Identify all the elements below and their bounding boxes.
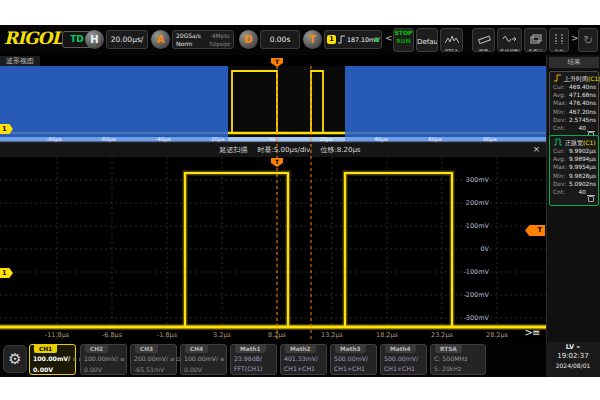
date: 2024/08/01 bbox=[546, 361, 600, 370]
refresh-button[interactable]: ↻ bbox=[578, 28, 598, 52]
zoom-offset: 位移:8.20μs bbox=[320, 144, 360, 157]
measurement-card-rise-time[interactable]: 上升时间(C1) Cur:469.40ns Avg:471.68ns Max:4… bbox=[549, 71, 599, 142]
refresh-icon: ↻ bbox=[583, 33, 593, 47]
waveform-view[interactable]: 波形视图 T T 1 1 T -80μs -60μs -40μs -20μs 0… bbox=[0, 55, 546, 342]
results-panel: 结果 上升时间(C1) Cur:469.40ns Avg:471.68ns Ma… bbox=[546, 55, 600, 342]
time: 19:02:37 bbox=[546, 352, 600, 361]
overview-tick: -60μs bbox=[100, 136, 115, 142]
overview-tick: 20μs bbox=[319, 136, 332, 142]
overview-tick: 40μs bbox=[374, 136, 387, 142]
x-tick: 18.2μs bbox=[376, 331, 398, 339]
cursor-label: 光标 bbox=[550, 48, 568, 52]
coupling-icons: ≡ Ω bbox=[170, 356, 181, 362]
run-stop-button[interactable]: STOP RUN bbox=[393, 28, 414, 52]
overview-tick: -40μs bbox=[155, 136, 170, 142]
channel-tab: Math3 bbox=[335, 345, 366, 353]
x-tick: -11.8μs bbox=[45, 331, 69, 339]
channel-card-ch4[interactable]: CH4 100.00mV/ ≡ 0.00V bbox=[180, 344, 227, 375]
rising-edge-icon bbox=[338, 34, 346, 45]
measurement-title: 正脉宽 bbox=[565, 139, 583, 146]
delay-value: 0.00s bbox=[261, 31, 299, 48]
run-label: RUN bbox=[394, 37, 413, 45]
x-tick: 28.2μs bbox=[486, 331, 508, 339]
channel-card-ch2[interactable]: CH2 100.00mV/ ≡ 0.00V bbox=[80, 344, 127, 375]
channel-tab: CH2 bbox=[85, 345, 108, 353]
record-control-button[interactable]: 采样控制 bbox=[497, 28, 522, 52]
channel-tab: CH1 bbox=[34, 345, 57, 353]
multi-window-icon bbox=[530, 34, 542, 44]
rigol-logo: RIGOL bbox=[4, 28, 62, 48]
rtsa-label: RTSA bbox=[441, 48, 462, 52]
lan-status: LV bbox=[566, 343, 574, 351]
channel-card-ch1[interactable]: CH1 100.00mV/ ≡ Ω 0.00V bbox=[29, 344, 76, 375]
cursor-button[interactable]: 光标 bbox=[549, 28, 569, 52]
y-tick: 200mV bbox=[466, 199, 489, 207]
channel-tab: Math4 bbox=[385, 345, 416, 353]
results-title: 结果 bbox=[549, 57, 599, 68]
record-control-label: 采样控制 bbox=[498, 48, 521, 52]
zoom-title: 延迟扫描 bbox=[220, 144, 248, 157]
grid-menu-icon[interactable]: >≡ bbox=[521, 326, 543, 340]
overview-tick: 80μs bbox=[483, 136, 496, 142]
default-button[interactable]: Default bbox=[416, 28, 438, 52]
y-tick: -300mV bbox=[463, 314, 489, 322]
trigger-source-badge: 1 bbox=[327, 35, 336, 44]
channel-card-rtsa[interactable]: RTSA C: 500MHz S: 20kHz bbox=[430, 344, 486, 375]
channel-card-ch3[interactable]: CH3 200.00mV/ ≡ Ω -65.51mV bbox=[130, 344, 177, 375]
settings-gear-button[interactable]: ⚙ bbox=[3, 345, 27, 373]
timebase-box[interactable]: 20.00μs/ bbox=[106, 30, 148, 49]
overview-tick: 60μs bbox=[428, 136, 441, 142]
clock-panel: LV ⌁ 19:02:37 2024/08/01 bbox=[546, 342, 600, 377]
overview-tick: -80μs bbox=[46, 136, 61, 142]
horizontal-knob[interactable]: H bbox=[85, 30, 104, 49]
multi-window-button[interactable]: 多窗口 bbox=[524, 28, 547, 52]
channel-card-math3[interactable]: Math3 500.00mV/ CH1+CH1 bbox=[330, 344, 377, 375]
default-label: Default bbox=[417, 38, 438, 46]
measure-button[interactable]: 测量 bbox=[472, 28, 495, 52]
trigger-knob[interactable]: T bbox=[303, 30, 322, 49]
delete-measurement-icon[interactable] bbox=[588, 196, 594, 202]
waveform-view-tab[interactable]: 波形视图 bbox=[0, 56, 40, 66]
channel-card-math4[interactable]: Math4 500.00mV/ CH1+CH1 bbox=[380, 344, 427, 375]
coupling-icons: ≡ bbox=[220, 356, 225, 362]
channel-tab: RTSA bbox=[435, 345, 462, 353]
coupling-icons: ≡ bbox=[120, 356, 125, 362]
timebase-value: 20.00μs/ bbox=[107, 31, 147, 48]
ruler-icon bbox=[477, 34, 491, 44]
trigger-box[interactable]: 1 187.10mV A bbox=[324, 30, 382, 49]
delay-knob[interactable]: D bbox=[239, 30, 258, 49]
x-tick: 13.2μs bbox=[321, 331, 343, 339]
close-icon[interactable]: × bbox=[530, 143, 543, 156]
delay-box[interactable]: 0.00s bbox=[260, 30, 300, 49]
acquire-knob[interactable]: A bbox=[151, 30, 170, 49]
trigger-sweep: A bbox=[374, 36, 379, 43]
channel-card-math1[interactable]: Math1 23.98dB/ FFT(CH1) bbox=[230, 344, 277, 375]
memory-depth: 4Mpts bbox=[212, 32, 230, 39]
channel-tab: Math2 bbox=[285, 345, 316, 353]
x-tick: 3.2μs bbox=[213, 331, 231, 339]
oscilloscope-screen: RIGOL TD H 20.00μs/ A 20GSa/s Norm 4Mpts… bbox=[0, 25, 600, 377]
measurement-card-positive-width[interactable]: 正脉宽(C1) Cur:9.9902µs Avg:9.9894µs Max:9.… bbox=[549, 135, 599, 206]
sample-rate: 20GSa/s bbox=[176, 32, 201, 39]
top-toolbar: RIGOL TD H 20.00μs/ A 20GSa/s Norm 4Mpts… bbox=[0, 25, 600, 55]
sample-resolution: 50ps/pt bbox=[209, 41, 230, 47]
x-tick: 8.2μs bbox=[268, 331, 286, 339]
y-tick: 0V bbox=[480, 245, 489, 253]
x-tick: 23.2μs bbox=[431, 331, 453, 339]
rtsa-button[interactable]: RTSA bbox=[440, 28, 463, 52]
channel-tab: CH4 bbox=[185, 345, 208, 353]
toolbar-back-chevron[interactable]: < bbox=[385, 33, 393, 43]
channel-tab: Math1 bbox=[235, 345, 266, 353]
overview-tick: -20μs bbox=[209, 136, 224, 142]
rtsa-icon bbox=[445, 35, 459, 44]
gear-icon: ⚙ bbox=[8, 350, 21, 368]
acquire-box[interactable]: 20GSa/s Norm 4Mpts 50ps/pt bbox=[172, 30, 234, 49]
measurement-channel: (C1) bbox=[588, 75, 600, 82]
measurement-channel: (C1) bbox=[583, 139, 596, 146]
zoom-header: 延迟扫描 时基:5.00μs/div 位移:8.20μs bbox=[150, 144, 430, 157]
y-tick: -100mV bbox=[463, 268, 489, 276]
channel-card-math2[interactable]: Math2 401.33mV/ CH1+CH1 bbox=[280, 344, 327, 375]
stop-label: STOP bbox=[394, 29, 413, 37]
y-tick: 300mV bbox=[466, 176, 489, 184]
cursor-icon bbox=[553, 34, 565, 44]
